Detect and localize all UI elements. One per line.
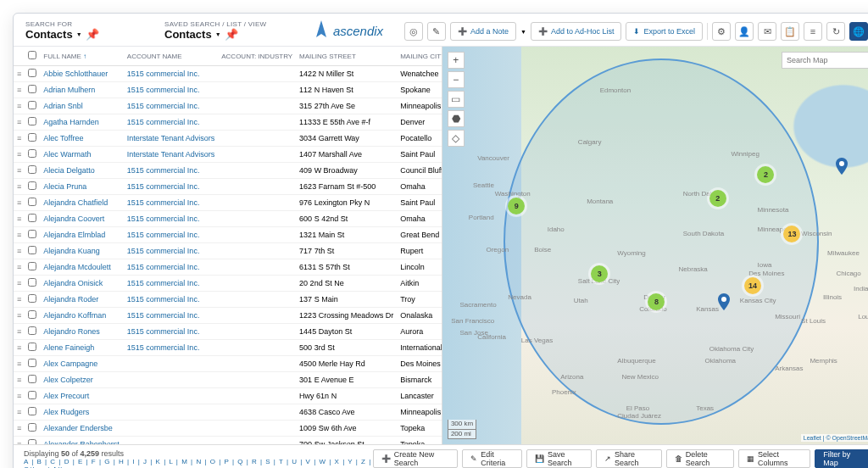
zoom-out-button[interactable]: − — [448, 71, 465, 88]
row-checkbox[interactable] — [28, 343, 36, 351]
cell-full-name[interactable]: Alecia Delgatto — [40, 163, 124, 179]
map-pin[interactable] — [836, 158, 848, 175]
cell-account[interactable]: 1515 commercial Inc. — [124, 195, 218, 211]
table-row[interactable]: ≡ Alecia Pruna 1515 commercial Inc. 1623… — [14, 179, 442, 195]
row-handle-icon[interactable]: ≡ — [14, 227, 25, 243]
row-handle-icon[interactable]: ≡ — [14, 356, 25, 372]
row-handle-icon[interactable]: ≡ — [14, 131, 25, 147]
cell-account[interactable] — [124, 404, 218, 421]
table-row[interactable]: ≡ Alec Warmath Interstate Tenant Advisor… — [14, 147, 442, 163]
row-handle-icon[interactable]: ≡ — [14, 372, 25, 388]
table-row[interactable]: ≡ Alexander Endersbe 1009 Sw 6th Ave Top… — [14, 421, 442, 437]
col-street[interactable]: MAILING STREET — [296, 47, 397, 66]
table-row[interactable]: ≡ Alejandra Onisick 1515 commercial Inc.… — [14, 276, 442, 292]
row-checkbox[interactable] — [28, 214, 36, 222]
cell-account[interactable]: 1515 commercial Inc. — [124, 211, 218, 227]
row-checkbox[interactable] — [28, 262, 36, 270]
table-row[interactable]: ≡ Alejandra Chatfield 1515 commercial In… — [14, 195, 442, 211]
row-handle-icon[interactable]: ≡ — [14, 340, 25, 356]
cell-account[interactable]: 1515 commercial Inc. — [124, 308, 218, 324]
row-handle-icon[interactable]: ≡ — [14, 66, 25, 82]
draw-circle-button[interactable]: ⬣ — [448, 110, 465, 127]
target-icon[interactable]: ◎ — [404, 22, 423, 41]
cell-full-name[interactable]: Alejandra Kuang — [40, 243, 124, 259]
share-search-button[interactable]: ↗ Share Search — [596, 449, 662, 468]
table-row[interactable]: ≡ Alejandra Kuang 1515 commercial Inc. 7… — [14, 243, 442, 259]
cell-full-name[interactable]: Alexander Endersbe — [40, 421, 124, 437]
table-row[interactable]: ≡ Alex Campagne 4500 Merle Hay Rd Des Mo… — [14, 356, 442, 372]
row-handle-icon[interactable]: ≡ — [14, 421, 25, 437]
results-table-pane[interactable]: FULL NAME ↑ ACCOUNT NAME ACCOUNT: INDUST… — [14, 47, 442, 444]
table-row[interactable]: ≡ Alex Precourt Hwy 61n N Lancaster WI — [14, 388, 442, 404]
clipboard-icon[interactable]: 📋 — [781, 22, 799, 41]
cell-full-name[interactable]: Alexander Rabenhorst — [40, 437, 124, 445]
row-checkbox[interactable] — [28, 359, 36, 367]
row-handle-icon[interactable]: ≡ — [14, 163, 25, 179]
row-handle-icon[interactable]: ≡ — [14, 195, 25, 211]
cell-full-name[interactable]: Alex Campagne — [40, 356, 124, 372]
row-checkbox[interactable] — [28, 246, 36, 254]
row-checkbox[interactable] — [28, 423, 36, 432]
row-checkbox[interactable] — [28, 198, 36, 206]
cell-full-name[interactable]: Agatha Harnden — [40, 114, 124, 131]
col-full-name[interactable]: FULL NAME ↑ — [40, 47, 124, 66]
col-city[interactable]: MAILING CITY — [397, 47, 442, 66]
table-row[interactable]: ≡ Alex Colpetzer 301 E Avenue E Bismarck… — [14, 372, 442, 388]
row-checkbox[interactable] — [28, 69, 36, 77]
cell-account[interactable] — [124, 356, 218, 372]
row-checkbox[interactable] — [28, 278, 36, 287]
map-cluster[interactable]: 14 — [744, 277, 761, 294]
table-row[interactable]: ≡ Alejandro Rones 1515 commercial Inc. 1… — [14, 324, 442, 340]
row-handle-icon[interactable]: ≡ — [14, 324, 25, 340]
cell-account[interactable]: 1515 commercial Inc. — [124, 82, 218, 98]
table-row[interactable]: ≡ Adrian Mulhern 1515 commercial Inc. 11… — [14, 82, 442, 98]
search-for-dropdown[interactable]: Contacts ▼ 📌 — [25, 28, 153, 41]
row-handle-icon[interactable]: ≡ — [14, 388, 25, 404]
table-row[interactable]: ≡ Agatha Harnden 1515 commercial Inc. 11… — [14, 114, 442, 131]
cell-account[interactable]: 1515 commercial Inc. — [124, 98, 218, 114]
save-search-button[interactable]: 💾 Save Search — [526, 449, 592, 468]
cell-full-name[interactable]: Alejandra Mcdoulett — [40, 259, 124, 276]
map-pane[interactable]: EdmontonCalgaryVancouverSeattleWashingto… — [442, 47, 868, 444]
row-checkbox[interactable] — [28, 165, 36, 174]
alpha-filter[interactable]: A | B | C | D | E | F | G | H | I | J | … — [24, 458, 373, 468]
cell-account[interactable]: 1515 commercial Inc. — [124, 179, 218, 195]
row-checkbox[interactable] — [28, 149, 36, 158]
cell-account[interactable]: 1515 commercial Inc. — [124, 114, 218, 131]
row-checkbox[interactable] — [28, 391, 36, 399]
cell-full-name[interactable]: Alejandra Roder — [40, 292, 124, 308]
cell-account[interactable]: 1515 commercial Inc. — [124, 66, 218, 82]
row-checkbox[interactable] — [28, 407, 36, 415]
table-row[interactable]: ≡ Alexander Rabenhorst 700 Sw Jackson St… — [14, 437, 442, 445]
table-row[interactable]: ≡ Alecia Delgatto 1515 commercial Inc. 4… — [14, 163, 442, 179]
zoom-in-button[interactable]: + — [448, 52, 465, 69]
row-checkbox[interactable] — [28, 181, 36, 190]
select-all-checkbox[interactable] — [28, 51, 36, 59]
cell-account[interactable]: 1515 commercial Inc. — [124, 259, 218, 276]
row-checkbox[interactable] — [28, 230, 36, 238]
select-columns-button[interactable]: ▦ Select Columns — [738, 449, 810, 468]
add-adhoc-button[interactable]: ➕ Add to Ad-Hoc List — [531, 22, 622, 41]
cell-full-name[interactable]: Alejandro Rones — [40, 324, 124, 340]
cell-full-name[interactable]: Alejandro Koffman — [40, 308, 124, 324]
row-checkbox[interactable] — [28, 326, 36, 335]
cell-account[interactable]: 1515 commercial Inc. — [124, 243, 218, 259]
row-checkbox[interactable] — [28, 117, 36, 125]
table-row[interactable]: ≡ Alejandra Roder 1515 commercial Inc. 1… — [14, 292, 442, 308]
col-industry[interactable]: ACCOUNT: INDUSTRY — [218, 47, 296, 66]
cell-full-name[interactable]: Alec Warmath — [40, 147, 124, 163]
cell-full-name[interactable]: Alex Rudgers — [40, 404, 124, 421]
cell-full-name[interactable]: Alejandra Onisick — [40, 276, 124, 292]
create-search-button[interactable]: ➕ Create New Search — [373, 449, 458, 468]
cell-account[interactable]: 1515 commercial Inc. — [124, 292, 218, 308]
row-handle-icon[interactable]: ≡ — [14, 292, 25, 308]
row-checkbox[interactable] — [28, 375, 36, 383]
cell-account[interactable]: 1515 commercial Inc. — [124, 227, 218, 243]
list-icon[interactable]: ≡ — [804, 22, 822, 41]
cell-account[interactable] — [124, 437, 218, 445]
gear-icon[interactable]: ⚙ — [712, 22, 731, 41]
mail-icon[interactable]: ✉ — [758, 22, 776, 41]
refresh-icon[interactable]: ↻ — [826, 22, 845, 41]
table-row[interactable]: ≡ Alex Rudgers 4638 Casco Ave Minneapoli… — [14, 404, 442, 421]
cell-full-name[interactable]: Adrian Mulhern — [40, 82, 124, 98]
